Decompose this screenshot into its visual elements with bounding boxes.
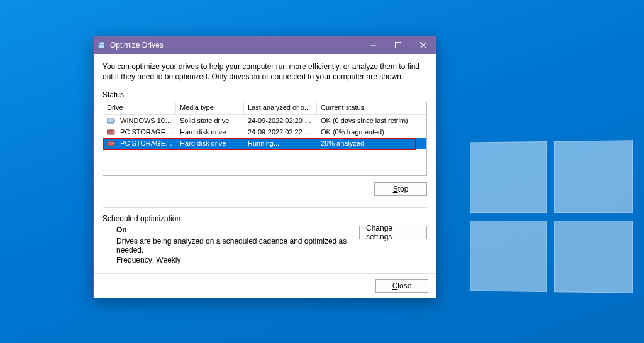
- svg-rect-1: [99, 42, 104, 45]
- svg-rect-2: [370, 45, 376, 46]
- table-row[interactable]: WINDOWS 10 (C:) Solid state drive 24-09-…: [103, 115, 426, 126]
- close-button[interactable]: [411, 36, 436, 54]
- hdd-icon: [107, 140, 116, 147]
- drive-list: Drive Media type Last analyzed or o... C…: [103, 102, 427, 176]
- change-settings-button[interactable]: Change settings: [359, 226, 427, 239]
- drive-media: Solid state drive: [176, 116, 244, 125]
- optimize-drives-window: Optimize Drives You can optimize your dr…: [93, 36, 436, 298]
- drive-status: OK (0% fragmented): [317, 128, 426, 136]
- drive-last: Running...: [244, 139, 317, 148]
- col-header-last[interactable]: Last analyzed or o...: [244, 102, 317, 114]
- drive-status: OK (0 days since last retrim): [317, 116, 426, 125]
- scheduled-state: On: [116, 226, 359, 234]
- scheduled-description: Drives are being analyzed on a scheduled…: [116, 237, 359, 254]
- minimize-button[interactable]: [360, 36, 386, 54]
- maximize-button[interactable]: [386, 36, 411, 54]
- window-controls: [360, 36, 436, 54]
- drive-last: 24-09-2022 02:22 P...: [244, 128, 317, 136]
- titlebar[interactable]: Optimize Drives: [94, 36, 436, 54]
- col-header-media[interactable]: Media type: [176, 102, 244, 114]
- svg-rect-3: [396, 43, 401, 48]
- drive-status: 26% analyzed: [317, 139, 426, 148]
- list-header: Drive Media type Last analyzed or o... C…: [103, 102, 426, 115]
- table-row[interactable]: PC STORAGE 1 (F:) Hard disk drive Runnin…: [103, 138, 426, 149]
- drive-name: WINDOWS 10 (C:): [120, 117, 176, 124]
- drive-media: Hard disk drive: [176, 139, 244, 148]
- desktop-windows-logo: [470, 140, 633, 293]
- scheduled-frequency: Frequency: Weekly: [116, 256, 359, 264]
- drive-name: PC STORAGE 1 (F:): [120, 139, 176, 147]
- hdd-icon: [107, 129, 116, 136]
- svg-point-11: [113, 143, 114, 144]
- divider: [103, 207, 427, 208]
- scheduled-label: Scheduled optimization: [103, 214, 427, 223]
- svg-rect-7: [113, 120, 114, 122]
- svg-point-9: [113, 132, 114, 133]
- status-label: Status: [103, 90, 427, 99]
- col-header-drive[interactable]: Drive: [103, 102, 176, 114]
- close-dialog-button[interactable]: Close: [375, 279, 428, 293]
- app-icon: [97, 41, 106, 50]
- col-header-status[interactable]: Current status: [317, 102, 426, 114]
- drive-last: 24-09-2022 02:20 P...: [244, 116, 317, 125]
- stop-button[interactable]: Stop: [374, 182, 427, 196]
- drive-media: Hard disk drive: [176, 128, 244, 136]
- table-row[interactable]: PC STORAGE 2 (E:) Hard disk drive 24-09-…: [103, 126, 426, 138]
- drive-name: PC STORAGE 2 (E:): [120, 128, 176, 136]
- window-title: Optimize Drives: [110, 41, 360, 50]
- description-text: You can optimize your drives to help you…: [103, 62, 427, 82]
- dialog-footer: Close: [94, 273, 436, 298]
- ssd-icon: [107, 117, 116, 124]
